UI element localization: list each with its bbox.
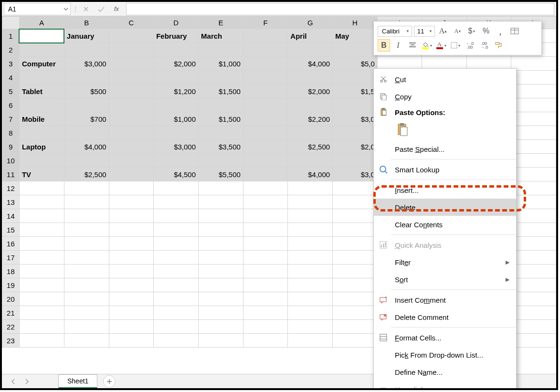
- menu-format-cells[interactable]: Format Cells...: [374, 329, 516, 346]
- row-header-5[interactable]: 5: [2, 85, 20, 98]
- menu-clear-contents[interactable]: Clear Contents: [374, 216, 516, 233]
- paste-default-button[interactable]: [395, 121, 410, 138]
- cell-G11[interactable]: $4,000: [288, 168, 333, 181]
- cell-E7[interactable]: $1,500: [199, 112, 243, 126]
- cell-D7[interactable]: $1,000: [154, 112, 199, 126]
- add-sheet-button[interactable]: [103, 375, 116, 388]
- row-header-1[interactable]: 1: [2, 29, 20, 43]
- format-painter-icon[interactable]: [492, 39, 505, 52]
- cell-E3[interactable]: $1,000: [199, 57, 243, 71]
- cancel-formula-icon[interactable]: [78, 3, 94, 15]
- accounting-format-button[interactable]: $▾: [465, 25, 478, 37]
- row-header-21[interactable]: 21: [2, 306, 20, 320]
- cell-H7[interactable]: $3,0: [333, 112, 378, 126]
- name-box-dropdown-icon[interactable]: [63, 7, 68, 11]
- cell-D11[interactable]: $4,500: [154, 168, 199, 181]
- cell-E1[interactable]: March: [199, 29, 243, 43]
- font-size-select[interactable]: 11 ▼: [414, 26, 435, 37]
- cell-A9[interactable]: Laptop: [19, 140, 64, 154]
- menu-smart-lookup[interactable]: Smart Lookup: [374, 161, 516, 178]
- cell-B5[interactable]: $500: [64, 85, 109, 98]
- cell-G5[interactable]: $2,000: [288, 85, 333, 98]
- cell-A11[interactable]: TV: [19, 168, 64, 181]
- row-header-20[interactable]: 20: [2, 292, 20, 306]
- format-cells-dialog-icon[interactable]: [508, 25, 521, 37]
- cell-D5[interactable]: $1,200: [154, 85, 199, 98]
- row-header-23[interactable]: 23: [2, 334, 20, 348]
- sheet-nav-next-icon[interactable]: [20, 376, 33, 387]
- row-header-6[interactable]: 6: [2, 98, 20, 112]
- row-header-9[interactable]: 9: [2, 140, 20, 154]
- cell-A5[interactable]: Tablet: [19, 85, 64, 98]
- sheet-tab-sheet1[interactable]: Sheet1: [58, 374, 97, 389]
- select-all[interactable]: [2, 17, 20, 29]
- menu-define-name[interactable]: Define Name...: [374, 363, 516, 381]
- font-name-select[interactable]: Calibri ▼: [378, 26, 412, 37]
- cell-E5[interactable]: $1,500: [199, 85, 243, 98]
- increase-decimal-button[interactable]: ←.0.00: [464, 39, 476, 52]
- sheet-nav-prev-icon[interactable]: [7, 376, 20, 387]
- row-header-4[interactable]: 4: [2, 71, 20, 85]
- row-header-2[interactable]: 2: [2, 43, 20, 57]
- cell-H9[interactable]: $2,0: [333, 140, 378, 154]
- cell-A1[interactable]: [19, 29, 64, 43]
- col-header-F[interactable]: F: [243, 17, 288, 29]
- name-box[interactable]: A1: [4, 3, 71, 15]
- col-header-E[interactable]: E: [199, 17, 243, 29]
- insert-function-icon[interactable]: fx: [109, 3, 124, 15]
- cell-B1[interactable]: January: [64, 29, 109, 43]
- menu-sort[interactable]: Sort ▶: [374, 271, 516, 288]
- menu-delete-comment[interactable]: Delete Comment: [374, 308, 516, 326]
- center-align-icon[interactable]: [406, 39, 419, 52]
- cell-H5[interactable]: $1,5: [333, 85, 378, 98]
- menu-copy[interactable]: Copy: [374, 88, 516, 105]
- menu-pick-from-list[interactable]: Pick From Drop-down List...: [374, 346, 516, 363]
- cell-G9[interactable]: $2,500: [288, 140, 333, 154]
- row-header-3[interactable]: 3: [2, 57, 20, 71]
- col-header-G[interactable]: G: [288, 17, 333, 29]
- percent-format-button[interactable]: %: [480, 25, 492, 37]
- cell-G1[interactable]: April: [288, 29, 333, 43]
- col-header-C[interactable]: C: [109, 17, 154, 29]
- enter-formula-icon[interactable]: [94, 3, 109, 15]
- row-header-8[interactable]: 8: [2, 126, 20, 140]
- comma-format-button[interactable]: ,: [494, 25, 507, 37]
- formula-input[interactable]: [126, 3, 554, 15]
- menu-insert-comment[interactable]: + Insert Comment: [374, 291, 516, 308]
- cell-D3[interactable]: $2,000: [154, 57, 199, 71]
- row-header-11[interactable]: 11: [2, 168, 20, 181]
- decrease-font-icon[interactable]: A▾: [451, 25, 464, 37]
- row-header-13[interactable]: 13: [2, 195, 20, 209]
- row-header-18[interactable]: 18: [2, 265, 20, 278]
- cell-B9[interactable]: $4,000: [64, 140, 109, 154]
- cell-C1[interactable]: [109, 29, 154, 43]
- italic-button[interactable]: I: [392, 39, 404, 52]
- row-header-16[interactable]: 16: [2, 237, 20, 251]
- col-header-H[interactable]: H: [333, 17, 378, 29]
- cell-B11[interactable]: $2,500: [64, 168, 109, 181]
- row-header-12[interactable]: 12: [2, 181, 20, 195]
- decrease-decimal-button[interactable]: .00→.0: [478, 39, 490, 52]
- font-color-button[interactable]: A ▾: [435, 39, 447, 52]
- cell-D1[interactable]: February: [154, 29, 199, 43]
- cell-H11[interactable]: $3,0: [333, 168, 378, 181]
- cell-B7[interactable]: $700: [64, 112, 109, 126]
- borders-button[interactable]: ▾: [449, 39, 462, 52]
- row-header-15[interactable]: 15: [2, 223, 20, 237]
- increase-font-icon[interactable]: A▴: [437, 25, 449, 37]
- row-header-22[interactable]: 22: [2, 320, 20, 334]
- cell-B3[interactable]: $3,000: [64, 57, 109, 71]
- row-header-7[interactable]: 7: [2, 112, 20, 126]
- cell-E9[interactable]: $3,500: [199, 140, 243, 154]
- col-header-D[interactable]: D: [154, 17, 199, 29]
- cell-H1[interactable]: May: [333, 29, 378, 43]
- cell-D9[interactable]: $3,000: [154, 140, 199, 154]
- col-header-A[interactable]: A: [19, 17, 64, 29]
- menu-insert[interactable]: Insert...: [374, 181, 516, 199]
- bold-button[interactable]: B: [378, 39, 390, 52]
- row-header-10[interactable]: 10: [2, 154, 20, 168]
- menu-paste-special[interactable]: Paste Special...: [374, 140, 516, 158]
- row-header-17[interactable]: 17: [2, 251, 20, 265]
- cell-E11[interactable]: $5,500: [199, 168, 243, 181]
- cell-A3[interactable]: Computer: [19, 57, 64, 71]
